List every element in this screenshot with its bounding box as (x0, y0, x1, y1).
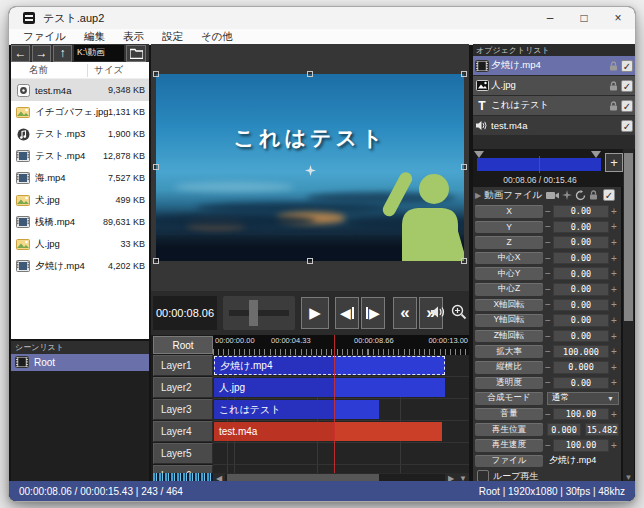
menu-item-1[interactable]: ファイル (15, 30, 74, 44)
decrement-icon[interactable]: − (543, 299, 553, 310)
property-label-button[interactable]: Z軸回転 (475, 330, 543, 343)
resize-handle-bottom-left[interactable] (153, 258, 159, 264)
property-value-input[interactable]: 100.00 (553, 408, 609, 421)
decrement-icon[interactable]: − (543, 440, 553, 451)
skip-back-button[interactable]: « (393, 297, 417, 329)
timeline-tab-root[interactable]: Root (153, 336, 213, 354)
timeline-clip[interactable]: 夕焼け.mp4 (214, 356, 445, 375)
file-row[interactable]: テスト.mp31,900 KB (11, 123, 149, 145)
decrement-icon[interactable]: − (543, 409, 553, 420)
increment-icon[interactable]: + (609, 237, 619, 248)
speaker-icon[interactable] (431, 305, 446, 319)
resize-handle-top-right[interactable] (461, 71, 467, 77)
scene-item-root[interactable]: Root (11, 354, 149, 371)
forward-button[interactable]: → (32, 45, 51, 62)
range-end-input[interactable]: 15.482 (585, 423, 619, 436)
object-visible-checkbox[interactable]: ✓ (621, 120, 633, 132)
column-header-size[interactable]: サイズ (87, 64, 149, 77)
file-row[interactable]: 夕焼け.mp44,202 KB (11, 255, 149, 277)
property-value-input[interactable]: 0.00 (553, 377, 609, 390)
property-value-input[interactable]: 0.000 (553, 361, 609, 374)
play-button[interactable]: ▶ (301, 297, 329, 329)
decrement-icon[interactable]: − (543, 221, 553, 232)
layer-lane[interactable]: 人.jpg (213, 377, 469, 399)
property-label-button[interactable]: 合成モード (475, 392, 543, 405)
property-value-input[interactable]: 0.00 (553, 205, 609, 218)
trim-end-marker[interactable] (591, 151, 601, 158)
file-row[interactable]: test.m4a9,348 KB (11, 79, 149, 101)
increment-icon[interactable]: + (609, 221, 619, 232)
video-preview[interactable]: これはテスト (156, 74, 464, 261)
decrement-icon[interactable]: − (543, 284, 553, 295)
properties-scrollbar[interactable]: ▼ (623, 149, 634, 483)
expand-icon[interactable]: ▶ (475, 191, 481, 200)
property-value-input[interactable]: 0.00 (553, 236, 609, 249)
decrement-icon[interactable]: − (543, 268, 553, 279)
file-row[interactable]: 犬.jpg499 KB (11, 189, 149, 211)
seek-slider[interactable] (223, 296, 295, 330)
file-row[interactable]: テスト.mp412,878 KB (11, 145, 149, 167)
increment-icon[interactable]: + (609, 377, 619, 388)
timeline-ruler[interactable]: 00:00:00.0000:00:04.3300:00:08.6600:00:1… (213, 335, 469, 355)
layer-lane[interactable] (213, 443, 469, 465)
range-start-input[interactable]: 0.000 (547, 423, 581, 436)
layer-label-layer4[interactable]: Layer4 (153, 421, 213, 442)
property-label-button[interactable]: 中心X (475, 252, 543, 265)
decrement-icon[interactable]: − (543, 315, 553, 326)
column-header-name[interactable]: 名前 (11, 64, 87, 77)
property-label-button[interactable]: Z (475, 236, 543, 249)
increment-icon[interactable]: + (609, 346, 619, 357)
add-object-button[interactable]: + (605, 153, 623, 172)
increment-icon[interactable]: + (609, 362, 619, 373)
object-seek-playhead[interactable] (539, 156, 540, 173)
trim-start-marker[interactable] (474, 151, 484, 158)
layer-label-layer2[interactable]: Layer2 (153, 377, 213, 398)
property-value-input[interactable]: 0.00 (553, 299, 609, 312)
minimize-button[interactable]: – (533, 7, 567, 29)
resize-handle-top-center[interactable] (307, 71, 313, 77)
object-item[interactable]: 人.jpg✓ (473, 76, 636, 95)
property-value-input[interactable]: 0.00 (553, 252, 609, 265)
property-value-input[interactable]: 0.00 (553, 314, 609, 327)
effect-enabled-checkbox[interactable]: ✓ (603, 189, 615, 201)
resize-handle-bottom-center[interactable] (307, 258, 313, 264)
resize-handle-mid-right[interactable] (461, 164, 467, 170)
decrement-icon[interactable]: − (543, 346, 553, 357)
increment-icon[interactable]: + (609, 206, 619, 217)
property-label-button[interactable]: 再生速度 (475, 439, 543, 452)
blend-mode-dropdown[interactable]: 通常▼ (547, 392, 619, 405)
title-bar[interactable]: テスト.aup2 –□× (9, 7, 635, 29)
object-visible-checkbox[interactable]: ✓ (621, 80, 633, 92)
property-label-button[interactable]: 再生位置 (475, 423, 543, 436)
timeline-clip[interactable]: これはテスト (214, 400, 379, 419)
decrement-icon[interactable]: − (543, 331, 553, 342)
file-row[interactable]: 人.jpg33 KB (11, 233, 149, 255)
increment-icon[interactable]: + (609, 299, 619, 310)
object-item[interactable]: test.m4a✓ (473, 116, 636, 135)
back-button[interactable]: ← (11, 45, 30, 62)
maximize-button[interactable]: □ (567, 7, 601, 29)
decrement-icon[interactable]: − (543, 362, 553, 373)
increment-icon[interactable]: + (609, 284, 619, 295)
timeline-clip[interactable]: 人.jpg (214, 378, 445, 397)
seek-slider-thumb[interactable] (249, 300, 258, 326)
property-label-button[interactable]: 縦横比 (475, 361, 543, 374)
resize-handle-bottom-right[interactable] (461, 258, 467, 264)
file-row[interactable]: イチゴパフェ.jpg1,131 KB (11, 101, 149, 123)
timeline-playhead[interactable] (334, 335, 335, 473)
next-frame-button[interactable]: ▶ (361, 297, 385, 329)
property-label-button[interactable]: 中心Y (475, 267, 543, 280)
property-label-button[interactable]: 拡大率 (475, 345, 543, 358)
increment-icon[interactable]: + (609, 331, 619, 342)
up-button[interactable]: ↑ (53, 45, 72, 62)
property-value-input[interactable]: 0.00 (553, 330, 609, 343)
layer-lane[interactable]: これはテスト (213, 399, 469, 421)
prev-frame-button[interactable]: ◀ (335, 297, 359, 329)
increment-icon[interactable]: + (609, 409, 619, 420)
property-value-input[interactable]: 0.00 (553, 267, 609, 280)
layer-label-layer1[interactable]: Layer1 (153, 355, 213, 376)
property-label-button[interactable]: ファイル (475, 455, 543, 468)
properties-scrollbar-thumb[interactable] (624, 153, 633, 321)
property-value-input[interactable]: 100.000 (553, 345, 609, 358)
waving-person-figure[interactable] (369, 169, 464, 261)
